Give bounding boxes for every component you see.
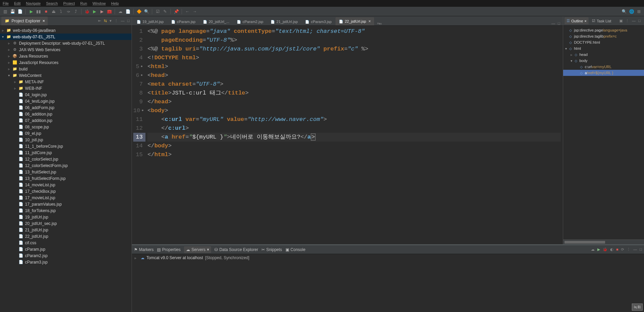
menu-run[interactable]: Run xyxy=(80,1,87,5)
expand-icon[interactable]: ▹ xyxy=(8,67,12,71)
new-icon[interactable]: ▥ xyxy=(2,8,8,15)
menu-window[interactable]: Window xyxy=(92,1,106,5)
view-menu-icon[interactable]: ⋮ xyxy=(114,19,118,23)
run-last-icon[interactable]: ▶ xyxy=(99,8,105,15)
saveall-icon[interactable]: 📄 xyxy=(17,8,23,15)
tree-item[interactable]: 📄06_addForm.jsp xyxy=(0,104,132,111)
editor-tab[interactable]: 📄19_jstlUrl.jsp xyxy=(133,18,167,25)
close-icon[interactable]: × xyxy=(584,19,586,23)
tree-item[interactable]: 📄10_jstl.jsp xyxy=(0,137,132,143)
maximize-icon[interactable]: □ xyxy=(640,247,642,252)
maximize-icon[interactable]: □ xyxy=(638,19,641,23)
tree-item[interactable]: ▹📦Java Resources xyxy=(0,53,132,59)
outline-item[interactable]: ◇jsp:directive.taglib prefix=c xyxy=(563,33,644,39)
run-icon[interactable]: ▶ xyxy=(28,8,34,15)
expand-icon[interactable]: ▹ xyxy=(8,54,12,58)
editor-tab[interactable]: 📄20_jstlUrl_... xyxy=(200,18,233,25)
collapse-all-icon[interactable]: ⇤ xyxy=(98,19,101,23)
bottom-tab-properties[interactable]: ▤Properties xyxy=(157,247,181,252)
outline-tab[interactable]: ☰ Outline × xyxy=(565,17,589,24)
menu-help[interactable]: Help xyxy=(111,1,119,5)
new-server-icon[interactable]: ☁ xyxy=(117,8,123,15)
tree-item[interactable]: 📄20_jstlUrl_sec.jsp xyxy=(0,220,132,227)
pin-icon[interactable]: 📌 xyxy=(173,8,179,15)
expand-icon[interactable]: ▹ xyxy=(571,53,575,57)
minimize-icon[interactable]: — xyxy=(551,21,555,25)
new-server-icon[interactable]: ☁ xyxy=(591,247,595,252)
tree-item[interactable]: ▹🟨JavaScript Resources xyxy=(0,59,132,66)
editor-tab[interactable]: 📄cParam.jsp xyxy=(168,18,199,25)
outline-item[interactable]: ◇a href=${myURL } xyxy=(563,70,644,76)
expand-icon[interactable]: ▹ xyxy=(14,80,18,84)
pause-icon[interactable]: ▮▮ xyxy=(36,8,42,15)
tree-item[interactable]: ▹⚙Deployment Descriptor: web-study-07-EL… xyxy=(0,40,132,46)
editor-tab[interactable]: 📄22_jstlUrl.jsp× xyxy=(336,17,374,25)
editor-tab[interactable]: 📄cParam2.jsp xyxy=(233,18,267,25)
expand-icon[interactable]: ▾ xyxy=(2,35,6,39)
stop-server-icon[interactable]: ■ xyxy=(616,247,619,252)
editor-tab[interactable]: 📄cParam3.jsp xyxy=(302,18,335,25)
tree-item[interactable]: 📄04_login.jsp xyxy=(0,91,132,98)
tree-item[interactable]: 📄07_addition.jsp xyxy=(0,117,132,124)
tree-item[interactable]: ▹📁WEB-INF xyxy=(0,85,132,91)
link-editor-icon[interactable]: ⇆ xyxy=(104,19,107,23)
disconnect-icon[interactable]: ⏏ xyxy=(50,8,56,15)
code-content[interactable]: <%@ page language="java" contentType="te… xyxy=(145,26,563,244)
new-xml-icon[interactable]: 📄 xyxy=(125,8,131,15)
run-config-icon[interactable]: ▶ xyxy=(91,8,97,15)
open-type-icon[interactable]: 🔶 xyxy=(136,8,142,15)
tree-item[interactable]: 📄cif.css xyxy=(0,240,132,246)
focus-icon[interactable]: ▣ xyxy=(619,19,623,23)
menu-edit[interactable]: Edit xyxy=(14,1,21,5)
tree-item[interactable]: 📄11_1_beforeCore.jsp xyxy=(0,143,132,149)
perspective-jee-icon[interactable]: 🌐 xyxy=(628,8,635,15)
menu-file[interactable]: File xyxy=(3,1,9,5)
outline-item[interactable]: ◇jsp:directive.page language=java xyxy=(563,27,644,33)
tree-item[interactable]: 📄09_el.jsp xyxy=(0,130,132,137)
tree-item[interactable]: ▹📁build xyxy=(0,66,132,72)
tree-item[interactable]: 📄21_jstlUrl.jsp xyxy=(0,227,132,233)
bottom-tab-console[interactable]: ▣Console xyxy=(285,247,305,252)
tree-item[interactable]: 📄08_scope.jsp xyxy=(0,124,132,130)
view-menu-icon[interactable]: ⋮ xyxy=(627,247,630,252)
bottom-tab-servers[interactable]: ☁Servers × xyxy=(184,246,211,253)
open-perspective-icon[interactable]: ⊞ xyxy=(636,8,642,15)
tree-item[interactable]: ▹📁META-INF xyxy=(0,79,132,85)
close-icon[interactable]: × xyxy=(207,247,209,252)
tree-item[interactable]: 📄13_fruitSelectForm.jsp xyxy=(0,175,132,182)
editor-tab[interactable]: 📄21_jstlUrl.jsp xyxy=(267,18,301,25)
tree-item[interactable]: 📄17_paramValues.jsp xyxy=(0,201,132,207)
tree-item[interactable]: 📄22_jstlUrl.jsp xyxy=(0,233,132,240)
expand-icon[interactable]: ▾ xyxy=(8,74,12,77)
expand-icon[interactable]: ▹ xyxy=(8,61,12,64)
tree-item[interactable]: 📄cParam2.jsp xyxy=(0,252,132,259)
step-return-icon[interactable]: ⤴ xyxy=(73,8,79,15)
debug-icon[interactable]: 🐞 xyxy=(603,247,607,252)
outline-item[interactable]: ◇DOCTYPE:html xyxy=(563,39,644,45)
publish-icon[interactable]: ⟳ xyxy=(621,247,624,252)
menu-search[interactable]: Search xyxy=(46,1,58,5)
tree-item[interactable]: ▾📁web-study-07-EL_JSTL xyxy=(0,34,132,40)
menu-project[interactable]: Project xyxy=(63,1,75,5)
minimize-icon[interactable]: — xyxy=(633,247,637,252)
expand-icon[interactable]: ▹ xyxy=(135,256,139,260)
tree-item[interactable]: 📄cParam.jsp xyxy=(0,246,132,252)
tree-item[interactable]: 📄18_forTokens.jsp xyxy=(0,207,132,214)
filter-icon[interactable]: ▾ xyxy=(110,19,112,23)
step-into-icon[interactable]: ⤵ xyxy=(58,8,64,15)
outline-item[interactable]: ▹◇head xyxy=(563,51,644,58)
maximize-icon[interactable]: □ xyxy=(127,19,130,23)
tree-item[interactable]: 📄11_jstlCore.jsp xyxy=(0,149,132,156)
project-explorer-tab[interactable]: 📁 Project Explorer × xyxy=(1,17,48,25)
tree-item[interactable]: 📄cParam3.jsp xyxy=(0,259,132,265)
back-icon[interactable]: ← xyxy=(184,8,190,15)
expand-icon[interactable]: ▹ xyxy=(2,28,6,32)
tree-item[interactable]: 📄19_jstlUrl.jsp xyxy=(0,214,132,220)
expand-icon[interactable]: ▹ xyxy=(8,48,12,51)
annotation-icon[interactable]: ✎ xyxy=(162,8,168,15)
forward-icon[interactable]: → xyxy=(192,8,198,15)
menu-navigate[interactable]: Navigate xyxy=(26,1,41,5)
stop-icon[interactable]: ■ xyxy=(43,8,49,15)
bottom-tab-data-source-explorer[interactable]: ⛁Data Source Explorer xyxy=(214,247,258,252)
code-editor[interactable]: 123456789101112131415 <%@ page language=… xyxy=(132,26,563,244)
